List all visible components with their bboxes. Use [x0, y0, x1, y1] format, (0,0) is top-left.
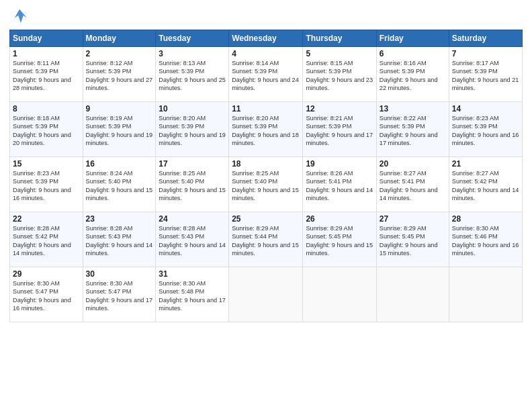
calendar-day-cell: [376, 267, 449, 322]
day-info: Sunrise: 8:27 AM Sunset: 5:41 PM Dayligh…: [380, 169, 446, 203]
calendar-day-cell: 6Sunrise: 8:16 AM Sunset: 5:39 PM Daylig…: [376, 47, 449, 102]
day-info: Sunrise: 8:30 AM Sunset: 5:47 PM Dayligh…: [86, 279, 153, 313]
day-number: 16: [86, 159, 153, 169]
calendar-day-cell: 31Sunrise: 8:30 AM Sunset: 5:48 PM Dayli…: [156, 267, 229, 322]
day-number: 31: [159, 269, 226, 279]
day-number: 20: [380, 159, 446, 169]
day-info: Sunrise: 8:22 AM Sunset: 5:39 PM Dayligh…: [380, 114, 446, 148]
day-info: Sunrise: 8:25 AM Sunset: 5:40 PM Dayligh…: [232, 169, 300, 203]
calendar-day-cell: 9Sunrise: 8:19 AM Sunset: 5:39 PM Daylig…: [83, 102, 156, 157]
calendar-day-cell: 19Sunrise: 8:26 AM Sunset: 5:41 PM Dayli…: [303, 157, 376, 212]
calendar-week-row: 22Sunrise: 8:28 AM Sunset: 5:42 PM Dayli…: [10, 212, 523, 267]
calendar-day-cell: 20Sunrise: 8:27 AM Sunset: 5:41 PM Dayli…: [376, 157, 449, 212]
day-number: 21: [452, 159, 519, 169]
calendar-day-cell: 29Sunrise: 8:30 AM Sunset: 5:47 PM Dayli…: [10, 267, 83, 322]
day-info: Sunrise: 8:25 AM Sunset: 5:40 PM Dayligh…: [159, 169, 226, 203]
day-info: Sunrise: 8:28 AM Sunset: 5:42 PM Dayligh…: [13, 224, 80, 258]
day-info: Sunrise: 8:27 AM Sunset: 5:42 PM Dayligh…: [452, 169, 519, 203]
day-number: 10: [159, 104, 226, 113]
day-number: 6: [380, 49, 446, 58]
calendar-day-cell: 24Sunrise: 8:28 AM Sunset: 5:43 PM Dayli…: [156, 212, 229, 267]
day-info: Sunrise: 8:29 AM Sunset: 5:44 PM Dayligh…: [232, 224, 300, 258]
weekday-header-tuesday: Tuesday: [156, 30, 229, 47]
day-number: 24: [159, 214, 226, 224]
calendar-day-cell: 8Sunrise: 8:18 AM Sunset: 5:39 PM Daylig…: [10, 102, 83, 157]
calendar-day-cell: [449, 267, 522, 322]
day-number: 3: [159, 49, 226, 58]
day-info: Sunrise: 8:26 AM Sunset: 5:41 PM Dayligh…: [306, 169, 373, 203]
day-number: 25: [232, 214, 300, 224]
calendar-day-cell: [229, 267, 303, 322]
day-info: Sunrise: 8:12 AM Sunset: 5:39 PM Dayligh…: [86, 59, 153, 93]
calendar-day-cell: 23Sunrise: 8:28 AM Sunset: 5:43 PM Dayli…: [83, 212, 156, 267]
day-number: 13: [380, 104, 446, 113]
header: [9, 7, 523, 26]
day-number: 15: [13, 159, 80, 169]
day-info: Sunrise: 8:19 AM Sunset: 5:39 PM Dayligh…: [86, 114, 153, 148]
day-info: Sunrise: 8:14 AM Sunset: 5:39 PM Dayligh…: [232, 59, 300, 93]
day-info: Sunrise: 8:18 AM Sunset: 5:39 PM Dayligh…: [13, 114, 80, 148]
weekday-header-row: SundayMondayTuesdayWednesdayThursdayFrid…: [10, 30, 523, 47]
weekday-header-thursday: Thursday: [303, 30, 376, 47]
weekday-header-saturday: Saturday: [449, 30, 522, 47]
day-number: 5: [306, 49, 373, 58]
day-number: 27: [380, 214, 446, 224]
calendar-week-row: 29Sunrise: 8:30 AM Sunset: 5:47 PM Dayli…: [10, 267, 523, 322]
day-info: Sunrise: 8:30 AM Sunset: 5:46 PM Dayligh…: [452, 224, 519, 258]
calendar-day-cell: 14Sunrise: 8:23 AM Sunset: 5:39 PM Dayli…: [449, 102, 522, 157]
day-number: 7: [452, 49, 519, 58]
day-info: Sunrise: 8:23 AM Sunset: 5:39 PM Dayligh…: [13, 169, 80, 203]
day-number: 26: [306, 214, 373, 224]
day-number: 1: [13, 49, 80, 58]
calendar-day-cell: 10Sunrise: 8:20 AM Sunset: 5:39 PM Dayli…: [156, 102, 229, 157]
day-number: 2: [86, 49, 153, 58]
calendar-day-cell: 22Sunrise: 8:28 AM Sunset: 5:42 PM Dayli…: [10, 212, 83, 267]
day-number: 22: [13, 214, 80, 224]
day-info: Sunrise: 8:30 AM Sunset: 5:47 PM Dayligh…: [13, 279, 80, 313]
calendar-day-cell: 2Sunrise: 8:12 AM Sunset: 5:39 PM Daylig…: [83, 47, 156, 102]
calendar-week-row: 1Sunrise: 8:11 AM Sunset: 5:39 PM Daylig…: [10, 47, 523, 102]
calendar-day-cell: 3Sunrise: 8:13 AM Sunset: 5:39 PM Daylig…: [156, 47, 229, 102]
day-info: Sunrise: 8:16 AM Sunset: 5:39 PM Dayligh…: [380, 59, 446, 93]
calendar-day-cell: 21Sunrise: 8:27 AM Sunset: 5:42 PM Dayli…: [449, 157, 522, 212]
calendar-day-cell: [303, 267, 376, 322]
day-info: Sunrise: 8:17 AM Sunset: 5:39 PM Dayligh…: [452, 59, 519, 93]
weekday-header-wednesday: Wednesday: [229, 30, 303, 47]
day-info: Sunrise: 8:15 AM Sunset: 5:39 PM Dayligh…: [306, 59, 373, 93]
calendar-table: SundayMondayTuesdayWednesdayThursdayFrid…: [9, 30, 523, 322]
day-info: Sunrise: 8:28 AM Sunset: 5:43 PM Dayligh…: [86, 224, 153, 258]
day-info: Sunrise: 8:29 AM Sunset: 5:45 PM Dayligh…: [380, 224, 446, 258]
day-number: 11: [232, 104, 300, 113]
logo: [9, 7, 30, 26]
day-number: 12: [306, 104, 373, 113]
logo-icon: [11, 7, 30, 26]
calendar-day-cell: 4Sunrise: 8:14 AM Sunset: 5:39 PM Daylig…: [229, 47, 303, 102]
day-info: Sunrise: 8:28 AM Sunset: 5:43 PM Dayligh…: [159, 224, 226, 258]
day-info: Sunrise: 8:11 AM Sunset: 5:39 PM Dayligh…: [13, 59, 80, 93]
calendar-day-cell: 18Sunrise: 8:25 AM Sunset: 5:40 PM Dayli…: [229, 157, 303, 212]
calendar-day-cell: 26Sunrise: 8:29 AM Sunset: 5:45 PM Dayli…: [303, 212, 376, 267]
day-number: 28: [452, 214, 519, 224]
day-number: 14: [452, 104, 519, 113]
day-number: 4: [232, 49, 300, 58]
day-info: Sunrise: 8:24 AM Sunset: 5:40 PM Dayligh…: [86, 169, 153, 203]
day-number: 17: [159, 159, 226, 169]
calendar-day-cell: 7Sunrise: 8:17 AM Sunset: 5:39 PM Daylig…: [449, 47, 522, 102]
day-number: 29: [13, 269, 80, 279]
day-info: Sunrise: 8:29 AM Sunset: 5:45 PM Dayligh…: [306, 224, 373, 258]
day-info: Sunrise: 8:20 AM Sunset: 5:39 PM Dayligh…: [159, 114, 226, 148]
calendar-day-cell: 16Sunrise: 8:24 AM Sunset: 5:40 PM Dayli…: [83, 157, 156, 212]
weekday-header-monday: Monday: [83, 30, 156, 47]
calendar-day-cell: 1Sunrise: 8:11 AM Sunset: 5:39 PM Daylig…: [10, 47, 83, 102]
calendar-day-cell: 17Sunrise: 8:25 AM Sunset: 5:40 PM Dayli…: [156, 157, 229, 212]
calendar-day-cell: 28Sunrise: 8:30 AM Sunset: 5:46 PM Dayli…: [449, 212, 522, 267]
calendar-day-cell: 27Sunrise: 8:29 AM Sunset: 5:45 PM Dayli…: [376, 212, 449, 267]
svg-marker-0: [15, 9, 28, 24]
calendar-day-cell: 5Sunrise: 8:15 AM Sunset: 5:39 PM Daylig…: [303, 47, 376, 102]
calendar-day-cell: 12Sunrise: 8:21 AM Sunset: 5:39 PM Dayli…: [303, 102, 376, 157]
day-info: Sunrise: 8:30 AM Sunset: 5:48 PM Dayligh…: [159, 279, 226, 313]
day-info: Sunrise: 8:13 AM Sunset: 5:39 PM Dayligh…: [159, 59, 226, 93]
calendar-day-cell: 13Sunrise: 8:22 AM Sunset: 5:39 PM Dayli…: [376, 102, 449, 157]
calendar-day-cell: 11Sunrise: 8:20 AM Sunset: 5:39 PM Dayli…: [229, 102, 303, 157]
page-container: SundayMondayTuesdayWednesdayThursdayFrid…: [0, 0, 532, 328]
